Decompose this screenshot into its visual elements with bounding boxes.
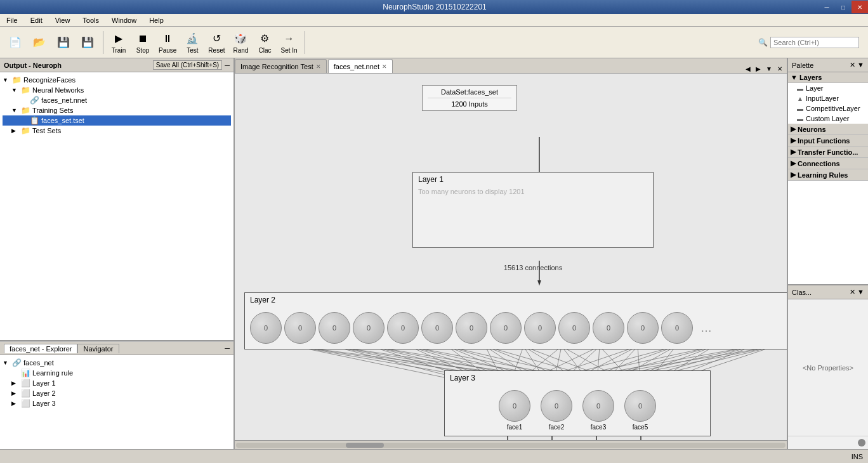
menu-edit[interactable]: Edit xyxy=(27,16,46,25)
item-label: Custom Layer xyxy=(806,115,849,122)
network-canvas[interactable]: DataSet:faces_set 1200 Inputs Layer 1 To… xyxy=(235,74,787,440)
tree-item-root[interactable]: ▼ 📁 RecognizeFaces xyxy=(3,75,231,85)
palette-item-customlayer[interactable]: ▬ Custom Layer xyxy=(788,114,868,124)
save-button[interactable]: 💾 xyxy=(52,32,75,52)
tree-item-trainsets[interactable]: ▼ 📁 Training Sets xyxy=(3,105,231,115)
layer1-title: Layer 1 xyxy=(413,173,653,186)
neuron-face2-label: face2 xyxy=(549,424,564,431)
neuron: 0 xyxy=(319,312,350,344)
menu-tools[interactable]: Tools xyxy=(79,16,103,25)
palette-section-learningrules[interactable]: ▶ Learning Rules xyxy=(788,169,868,181)
expand-icon: ▶ xyxy=(791,136,796,145)
section-label: Transfer Functio... xyxy=(798,148,858,156)
tab-prev-icon[interactable]: ◀ xyxy=(744,65,753,73)
explorer-item-layer2[interactable]: ▶ ⬜ Layer 2 xyxy=(3,388,231,398)
save-all-button[interactable]: Save All (Ctrl+Shift+S) xyxy=(153,60,222,70)
layer-icon: ▬ xyxy=(797,85,803,92)
rand-button[interactable]: 🎲 Rand xyxy=(229,29,252,56)
tree-item-tset[interactable]: 📋 faces_set.tset xyxy=(3,115,231,126)
menu-bar: File Edit View Tools Window Help xyxy=(0,14,868,27)
scrollbar-thumb[interactable] xyxy=(346,443,384,448)
tab-close-icon[interactable]: ✕ xyxy=(316,63,321,70)
explorer-item-layer3[interactable]: ▶ ⬜ Layer 3 xyxy=(3,398,231,408)
open-icon: 📂 xyxy=(32,34,47,49)
canvas-scrollbar[interactable] xyxy=(235,440,787,449)
folder-icon: 📁 xyxy=(21,86,30,95)
left-panel: Output - Neuroph Save All (Ctrl+Shift+S)… xyxy=(0,58,235,449)
tree-item-testsets[interactable]: ▶ 📁 Test Sets xyxy=(3,126,231,136)
minimize-button[interactable]: ─ xyxy=(819,1,835,13)
expand-icon[interactable]: ▶ xyxy=(11,400,19,407)
expand-icon[interactable]: ▶ xyxy=(11,390,19,396)
test-button[interactable]: 🔬 Test xyxy=(181,29,204,56)
maximize-button[interactable]: □ xyxy=(835,1,852,13)
explorer-item-faces-net[interactable]: ▼ 🔗 faces_net xyxy=(3,358,231,368)
stop-button[interactable]: ⏹ Stop xyxy=(131,29,154,56)
minimize-explorer-icon[interactable]: ─ xyxy=(225,344,230,352)
reset-icon: ↺ xyxy=(209,31,224,46)
scrollbar-track[interactable] xyxy=(236,443,786,448)
palette-section-connections[interactable]: ▶ Connections xyxy=(788,158,868,169)
tab-facesnnet[interactable]: faces_net.nnet ✕ xyxy=(328,59,393,73)
train-button[interactable]: ▶ Train xyxy=(107,29,130,56)
explorer-item-layer1[interactable]: ▶ ⬜ Layer 1 xyxy=(3,378,231,388)
tab-close-all-icon[interactable]: ✕ xyxy=(775,65,784,73)
clac-button[interactable]: ⚙ Clac xyxy=(253,29,276,56)
palette-section-inputfunctions[interactable]: ▶ Input Functions xyxy=(788,135,868,147)
section-label: Neurons xyxy=(798,126,826,133)
minimize-output-icon[interactable]: ─ xyxy=(225,62,230,69)
menu-file[interactable]: File xyxy=(3,16,22,25)
palette-section-transferfunctions[interactable]: ▶ Transfer Functio... xyxy=(788,147,868,158)
tab-imgrecog[interactable]: Image Recognition Test ✕ xyxy=(235,59,327,73)
palette-item-competitivelayer[interactable]: ▬ CompetitiveLayer xyxy=(788,103,868,114)
class-menu-icon[interactable]: ▼ xyxy=(857,288,864,296)
tab-dropdown-icon[interactable]: ▼ xyxy=(764,65,774,73)
expand-icon[interactable]: ▼ xyxy=(3,77,10,83)
neuron-face5: 0 xyxy=(624,390,656,422)
tab-navigator[interactable]: Navigator xyxy=(77,344,119,353)
tree-label: Training Sets xyxy=(32,107,73,114)
expand-icon[interactable]: ▼ xyxy=(3,360,10,366)
palette-header: Palette ✕ ▼ xyxy=(788,58,868,72)
search-input[interactable] xyxy=(770,37,859,48)
palette-section-neurons[interactable]: ▶ Neurons xyxy=(788,124,868,135)
close-button[interactable]: ✕ xyxy=(852,1,868,13)
class-close-icon[interactable]: ✕ xyxy=(850,288,855,296)
palette-item-layer[interactable]: ▬ Layer xyxy=(788,83,868,93)
expand-icon[interactable]: ▶ xyxy=(11,380,19,386)
folder-icon: 📁 xyxy=(21,126,30,135)
setin-label: Set In xyxy=(280,47,297,54)
tab-bar: Image Recognition Test ✕ faces_net.nnet … xyxy=(235,58,787,74)
palette-title: Palette xyxy=(792,62,813,69)
properties-dot xyxy=(858,439,865,447)
tree-item-nn[interactable]: ▼ 📁 Neural Networks xyxy=(3,85,231,95)
tree-item-nnet[interactable]: 🔗 faces_net.nnet xyxy=(3,95,231,105)
menu-view[interactable]: View xyxy=(51,16,74,25)
palette-section-layers[interactable]: ▼ Layers xyxy=(788,72,868,83)
expand-icon[interactable]: ▼ xyxy=(11,87,19,93)
palette-close-icon[interactable]: ✕ xyxy=(850,61,855,69)
new-button[interactable]: 📄 xyxy=(4,32,27,52)
reset-button[interactable]: ↺ Reset xyxy=(205,29,228,56)
new-icon: 📄 xyxy=(8,34,23,49)
pause-button[interactable]: ⏸ Pause xyxy=(155,29,180,56)
setin-button[interactable]: → Set In xyxy=(277,29,300,56)
tab-explorer[interactable]: faces_net - Explorer xyxy=(4,344,77,353)
palette-menu-icon[interactable]: ▼ xyxy=(857,61,864,69)
expand-icon[interactable]: ▶ xyxy=(11,127,19,134)
palette-item-inputlayer[interactable]: ▲ InputLayer xyxy=(788,93,868,103)
nnet-icon: 🔗 xyxy=(12,358,22,367)
saveas-button[interactable]: 💾 xyxy=(76,32,99,52)
tree-label: Test Sets xyxy=(32,127,61,134)
menu-help[interactable]: Help xyxy=(145,16,168,25)
explorer-item-lr[interactable]: 📊 Learning rule xyxy=(3,368,231,378)
open-button[interactable]: 📂 xyxy=(28,32,51,52)
layer3-title: Layer 3 xyxy=(445,371,710,385)
expand-icon[interactable]: ▼ xyxy=(11,107,19,114)
menu-window[interactable]: Window xyxy=(108,16,140,25)
tab-next-icon[interactable]: ▶ xyxy=(754,65,763,73)
window-controls: ─ □ ✕ xyxy=(819,1,868,13)
class-header: Clas... ✕ ▼ xyxy=(788,285,868,299)
tab-close-icon[interactable]: ✕ xyxy=(382,63,387,70)
neuron: 0 xyxy=(284,312,316,344)
